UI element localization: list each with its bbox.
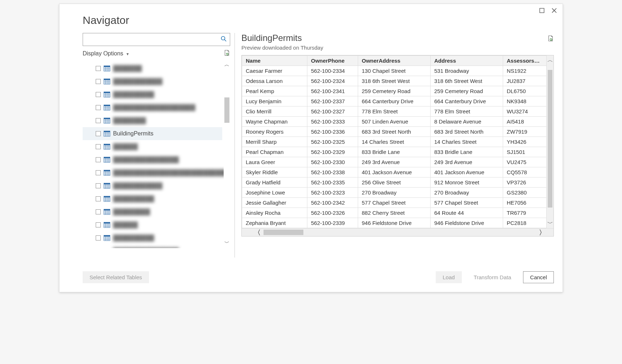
search-box[interactable] xyxy=(83,33,230,46)
tree-item[interactable]: ██████████ xyxy=(83,192,222,205)
tree-item[interactable]: ██████████ xyxy=(83,231,222,244)
table-row[interactable]: Pearl Kemp562-100-2341259 Cemetery Road2… xyxy=(242,86,547,96)
table-cell: 833 Bridle Lane xyxy=(358,147,431,157)
table-icon xyxy=(104,131,110,137)
tree-item-checkbox[interactable] xyxy=(96,209,101,214)
tree-scroll-thumb[interactable] xyxy=(224,97,229,123)
cancel-button[interactable]: Cancel xyxy=(523,271,554,283)
column-header[interactable]: AssessorsParcel xyxy=(503,56,547,66)
table-row[interactable]: Lucy Benjamin562-100-2337664 Canterbury … xyxy=(242,96,547,106)
table-icon xyxy=(104,118,110,124)
table-cell: 259 Cemetery Road xyxy=(431,86,503,96)
preview-title: BuildingPermits xyxy=(241,33,323,43)
table-cell: SJ1501 xyxy=(503,147,547,157)
svg-point-3 xyxy=(221,36,225,40)
svg-rect-48 xyxy=(104,157,110,159)
window-controls xyxy=(539,8,557,14)
table-row[interactable]: Ainsley Rocha562-100-2326882 Cherry Stre… xyxy=(242,208,547,218)
table-row[interactable]: Wayne Chapman562-100-2333507 Linden Aven… xyxy=(242,117,547,127)
grid-hscroll-thumb[interactable] xyxy=(264,230,303,235)
tree-item-checkbox[interactable] xyxy=(96,183,101,188)
tree-item-checkbox[interactable] xyxy=(96,66,101,71)
tree-item-checkbox[interactable] xyxy=(96,144,101,149)
tree-item[interactable]: ██████████ xyxy=(83,88,222,101)
table-icon xyxy=(104,170,110,176)
tree-item[interactable]: ████████████ xyxy=(83,179,222,192)
tree-item-checkbox[interactable] xyxy=(96,157,101,162)
scroll-left-icon[interactable]: 〈 xyxy=(254,228,261,237)
search-icon[interactable] xyxy=(217,36,230,43)
grid-horizontal-scrollbar[interactable]: 〈 〉 xyxy=(242,228,553,236)
table-row[interactable]: Odessa Larson562-100-2324318 6th Street … xyxy=(242,76,547,86)
column-header[interactable]: OwnerPhone xyxy=(307,56,358,66)
tree-item-checkbox[interactable] xyxy=(96,79,101,84)
table-row[interactable]: Clio Merrill562-100-2327778 Elm Street77… xyxy=(242,106,547,117)
svg-rect-12 xyxy=(104,79,110,80)
table-row[interactable]: Grady Hatfield562-100-2335256 Olive Stre… xyxy=(242,177,547,188)
table-row[interactable]: Pearl Chapman562-100-2329833 Bridle Lane… xyxy=(242,147,547,157)
table-icon xyxy=(104,66,110,71)
table-cell: AI5418 xyxy=(503,117,547,127)
tree-item[interactable]: BuildingPermits xyxy=(83,127,222,140)
tree-item[interactable]: ████████████ xyxy=(83,75,222,88)
table-cell: 664 Canterbury Drive xyxy=(431,96,503,106)
table-cell: HE7056 xyxy=(503,198,547,208)
table-cell: 562-100-2337 xyxy=(307,96,358,106)
tree-item-checkbox[interactable] xyxy=(96,170,101,175)
tree-item-checkbox[interactable] xyxy=(96,222,101,227)
svg-rect-54 xyxy=(104,170,110,172)
tree-item[interactable]: ████████████████████████████ xyxy=(83,166,222,179)
tree-item-checkbox[interactable] xyxy=(96,235,101,240)
table-row[interactable]: Rooney Rogers562-100-2336683 3rd Street … xyxy=(242,127,547,137)
svg-rect-84 xyxy=(104,235,110,237)
tree-item[interactable]: ████████████████ xyxy=(83,153,222,166)
tree-item[interactable]: █████████ xyxy=(83,205,222,218)
tree-item-label: ████████████ xyxy=(113,78,162,85)
tree-item[interactable]: ██████ xyxy=(83,218,222,231)
scroll-down-icon[interactable]: ﹀ xyxy=(224,239,230,247)
tree-item[interactable]: ███████ xyxy=(83,62,222,75)
table-cell: 562-100-2333 xyxy=(307,117,358,127)
display-options-dropdown[interactable]: Display Options ▾ xyxy=(83,50,129,57)
table-cell: NK9348 xyxy=(503,96,547,106)
preview-refresh-icon[interactable] xyxy=(547,35,554,43)
tree-item[interactable]: ██████ xyxy=(83,140,222,153)
table-row[interactable]: Josephine Lowe562-100-2323270 Broadway27… xyxy=(242,188,547,198)
tree-item-checkbox[interactable] xyxy=(96,196,101,201)
table-row[interactable]: Skyler Riddle562-100-2338401 Jackson Ave… xyxy=(242,167,547,177)
table-cell: Odessa Larson xyxy=(242,76,307,86)
table-cell: 562-100-2323 xyxy=(307,188,358,198)
tree-item-checkbox[interactable] xyxy=(96,118,101,123)
grid-vertical-scrollbar[interactable]: ︿ ﹀ xyxy=(546,55,553,228)
column-header[interactable]: Name xyxy=(242,56,307,66)
transform-data-button[interactable]: Transform Data xyxy=(467,271,518,283)
scroll-up-icon[interactable]: ︿ xyxy=(224,61,230,68)
table-row[interactable]: Merrill Sharp562-100-232514 Charles Stre… xyxy=(242,137,547,147)
tree-item[interactable]: ████████ xyxy=(83,114,222,127)
table-cell: 562-100-2330 xyxy=(307,157,358,167)
select-related-tables-button[interactable]: Select Related Tables xyxy=(83,271,149,283)
refresh-icon[interactable] xyxy=(224,50,230,58)
table-row[interactable]: Jessie Gallagher562-100-2342577 Chapel S… xyxy=(242,198,547,208)
scroll-right-icon[interactable]: 〉 xyxy=(539,228,546,237)
table-row[interactable]: Caesar Farmer562-100-2334130 Chapel Stre… xyxy=(242,66,547,76)
maximize-icon[interactable] xyxy=(539,8,544,14)
tree-item-checkbox[interactable] xyxy=(96,105,101,110)
table-cell: YH3426 xyxy=(503,137,547,147)
load-button[interactable]: Load xyxy=(436,271,461,283)
scroll-up-icon[interactable]: ︿ xyxy=(547,55,553,65)
table-row[interactable]: Zephania Bryant562-100-2339946 Fieldston… xyxy=(242,218,547,228)
close-icon[interactable] xyxy=(552,8,557,14)
scroll-down-icon[interactable]: ﹀ xyxy=(547,219,553,228)
tree-item-checkbox[interactable] xyxy=(96,131,101,136)
tree-scrollbar[interactable]: ︿ ﹀ xyxy=(224,61,230,247)
search-input[interactable] xyxy=(83,37,217,43)
table-cell: Skyler Riddle xyxy=(242,167,307,177)
column-header[interactable]: Address xyxy=(431,56,503,66)
tree-item[interactable]: ████████████████ xyxy=(83,244,222,248)
tree-item-checkbox[interactable] xyxy=(96,92,101,97)
tree-item[interactable]: ████████████████████ xyxy=(83,101,222,114)
table-row[interactable]: Laura Greer562-100-2330249 3rd Avenue249… xyxy=(242,157,547,167)
grid-vscroll-thumb[interactable] xyxy=(548,70,552,208)
column-header[interactable]: OwnerAddress xyxy=(358,56,431,66)
